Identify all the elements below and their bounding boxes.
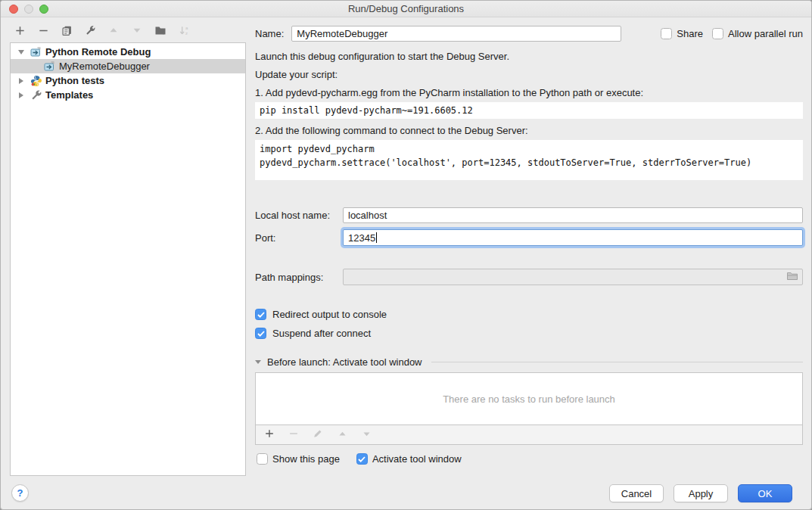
remove-task-button[interactable]: [287, 428, 300, 442]
tree-item-label: Templates: [45, 89, 93, 101]
local-host-name-label: Local host name:: [255, 210, 343, 221]
settrace-code-block: import pydevd_pycharm pydevd_pycharm.set…: [255, 140, 803, 180]
move-up-icon: [338, 429, 347, 441]
suspend-after-connect-checkbox[interactable]: [255, 328, 266, 339]
redirect-output-checkbox[interactable]: [255, 309, 266, 320]
instruction-line-2: Update your script:: [255, 68, 803, 81]
remote-debug-config-icon: [44, 61, 56, 73]
svg-text:a: a: [185, 25, 188, 30]
tree-item-myremotedebugger[interactable]: MyRemoteDebugger: [11, 59, 245, 73]
name-input[interactable]: [291, 26, 621, 42]
add-configuration-button[interactable]: [13, 25, 26, 39]
remove-configuration-button[interactable]: [36, 25, 50, 39]
activate-tool-window-label: Activate tool window: [372, 453, 462, 465]
move-task-down-button[interactable]: [359, 428, 373, 442]
move-up-button[interactable]: [107, 25, 120, 39]
allow-parallel-run-label: Allow parallel run: [728, 28, 803, 39]
empty-tasks-message: There are no tasks to run before launch: [443, 393, 615, 405]
before-launch-section-header[interactable]: Before launch: Activate tool window: [255, 356, 803, 368]
port-label: Port:: [255, 232, 343, 244]
tree-item-python-remote-debug[interactable]: Python Remote Debug: [11, 45, 245, 59]
collapse-section-icon[interactable]: [255, 360, 261, 364]
code-line-settrace: pydevd_pycharm.settrace('localhost', por…: [260, 157, 751, 168]
local-host-name-input[interactable]: [343, 207, 803, 223]
pencil-icon: [313, 428, 323, 441]
suspend-after-connect-checkbox-group[interactable]: Suspend after connect: [255, 328, 803, 339]
new-folder-icon: [154, 24, 166, 39]
instruction-step-1: 1. Add pydevd-pycharm.egg from the PyCha…: [255, 86, 803, 99]
tree-item-label: Python Remote Debug: [45, 46, 151, 58]
new-folder-button[interactable]: [154, 25, 167, 39]
move-down-icon: [362, 429, 372, 441]
run-debug-configurations-dialog: Run/Debug Configurations: [0, 0, 812, 510]
activate-tool-window-checkbox[interactable]: [356, 453, 368, 465]
cancel-button[interactable]: Cancel: [609, 484, 664, 502]
sort-configurations-button[interactable]: az: [177, 25, 191, 39]
configurations-toolbar: az: [13, 24, 191, 39]
add-icon: [14, 25, 26, 39]
expand-collapse-icon[interactable]: [17, 92, 26, 98]
move-down-icon: [132, 25, 142, 39]
sort-alphabetically-icon: az: [179, 25, 190, 39]
port-value: 12345: [348, 232, 375, 244]
share-checkbox-group[interactable]: Share: [661, 28, 703, 39]
tree-item-python-tests[interactable]: Python tests: [11, 73, 245, 88]
show-this-page-label: Show this page: [272, 453, 340, 465]
before-launch-title: Before launch: Activate tool window: [267, 356, 422, 368]
wrench-icon: [85, 25, 96, 39]
text-cursor: [376, 232, 377, 243]
ok-button[interactable]: OK: [738, 484, 792, 502]
share-checkbox[interactable]: [661, 28, 672, 39]
add-icon: [264, 428, 275, 441]
allow-parallel-run-checkbox-group[interactable]: Allow parallel run: [712, 28, 803, 39]
name-label: Name:: [255, 28, 284, 39]
allow-parallel-run-checkbox[interactable]: [712, 28, 723, 39]
share-label: Share: [677, 28, 703, 39]
pip-install-command: pip install pydevd-pycharm~=191.6605.12: [255, 102, 803, 119]
instruction-line-1: Launch this debug configuration to start…: [255, 50, 803, 63]
before-launch-tasks-list[interactable]: There are no tasks to run before launch: [255, 372, 803, 425]
edit-task-button[interactable]: [311, 428, 325, 442]
svg-text:z: z: [185, 30, 187, 35]
path-mappings-label: Path mappings:: [255, 272, 343, 283]
window-title: Run/Debug Configurations: [1, 3, 811, 14]
remove-icon: [38, 25, 49, 39]
copy-icon: [61, 25, 73, 39]
add-task-button[interactable]: [263, 428, 276, 442]
edit-templates-button[interactable]: [83, 25, 97, 39]
python-tests-icon: [30, 75, 42, 87]
expand-collapse-icon[interactable]: [17, 50, 26, 54]
help-button[interactable]: ?: [11, 484, 29, 502]
templates-wrench-icon: [30, 89, 42, 101]
move-task-up-button[interactable]: [335, 428, 349, 442]
tree-item-templates[interactable]: Templates: [11, 88, 245, 102]
port-input[interactable]: 12345: [343, 229, 803, 246]
configuration-editor: Name: Share Allow parallel run Launch th…: [255, 24, 803, 465]
remove-icon: [288, 428, 299, 441]
browse-folder-icon[interactable]: [786, 271, 798, 284]
help-question-icon: ?: [17, 487, 23, 499]
show-this-page-checkbox-group[interactable]: Show this page: [257, 453, 340, 465]
move-up-icon: [108, 25, 119, 39]
show-this-page-checkbox[interactable]: [257, 453, 268, 465]
code-line-import: import pydevd_pycharm: [260, 144, 375, 154]
activate-tool-window-checkbox-group[interactable]: Activate tool window: [356, 453, 462, 465]
expand-collapse-icon[interactable]: [17, 78, 26, 84]
before-launch-toolbar: [255, 425, 803, 445]
path-mappings-input[interactable]: [343, 269, 803, 285]
apply-button[interactable]: Apply: [674, 484, 728, 502]
configurations-tree: Python Remote Debug MyRemoteDebugger Pyt…: [10, 42, 246, 476]
copy-configuration-button[interactable]: [60, 25, 73, 39]
titlebar: Run/Debug Configurations: [1, 1, 811, 17]
tree-item-label: Python tests: [45, 75, 104, 86]
redirect-output-label: Redirect output to console: [272, 309, 387, 320]
move-down-button[interactable]: [130, 25, 144, 39]
tree-item-label: MyRemoteDebugger: [59, 61, 150, 72]
instruction-step-2: 2. Add the following command to connect …: [255, 124, 803, 137]
redirect-output-checkbox-group[interactable]: Redirect output to console: [255, 309, 803, 320]
remote-debug-config-icon: [30, 46, 42, 58]
suspend-after-connect-label: Suspend after connect: [272, 328, 371, 339]
